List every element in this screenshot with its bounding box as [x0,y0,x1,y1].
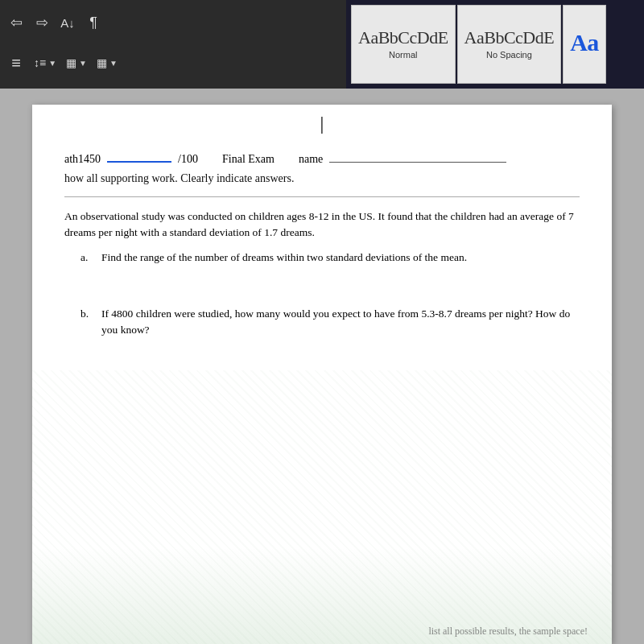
exam-header: ath1450 /100 Final Exam name [64,153,580,166]
style-no-spacing-label: No Spacing [486,50,532,60]
style-heading1-preview: Aa [570,31,599,55]
sub-question-a: a. Find the range of the number of dream… [80,250,580,266]
sub-text-a: Find the range of the number of dreams w… [101,250,467,266]
pilcrow-button[interactable]: ¶ [82,11,105,34]
instructions-text: how all supporting work. Clearly indicat… [64,172,580,185]
document-area: | ath1450 /100 Final Exam name how all s… [0,89,644,644]
shading-icon: ▦ [66,56,76,69]
linespacing-button[interactable]: ↕≡ ▼ [31,52,60,74]
instructions-content: how all supporting work. Clearly indicat… [64,172,294,184]
problem-intro: An observational study was conducted on … [64,208,580,242]
sub-text-b: If 4800 children were studied, how many … [101,306,580,339]
toolbar-row-2: ≡ ↕≡ ▼ ▦ ▼ ▦ ▼ [5,43,341,82]
linespacing-icon: ↕≡ [34,56,46,69]
score-underline [107,161,171,163]
document-texture [32,370,612,644]
align-button[interactable]: ≡ [5,52,27,74]
borders-button[interactable]: ▦ ▼ [93,52,121,74]
text-cursor: | [320,113,324,134]
toolbar: ⇦ ⇨ A↓ ¶ ≡ ↕≡ ▼ ▦ ▼ [0,0,644,89]
style-normal-preview: AaBbCcDdE [358,29,448,47]
pilcrow-icon: ¶ [89,14,97,31]
indent-button[interactable]: ⇨ [31,11,53,34]
outdent-button[interactable]: ⇦ [5,11,27,34]
style-no-spacing-preview: AaBbCcDdE [464,29,555,47]
outdent-icon: ⇦ [10,14,23,31]
style-heading1-partial[interactable]: Aa [563,5,606,84]
score-label: /100 [178,153,198,166]
partial-bottom-content: list all possible results, the sample sp… [428,625,588,637]
borders-icon: ▦ [97,56,107,69]
linespacing-dropdown-icon: ▼ [48,59,56,68]
toolbar-left: ⇦ ⇨ A↓ ¶ ≡ ↕≡ ▼ ▦ ▼ [0,0,346,89]
partial-bottom-text: list all possible results, the sample sp… [428,625,588,638]
borders-dropdown-icon: ▼ [109,59,118,68]
sub-question-b: b. If 4800 children were studied, how ma… [80,306,580,339]
sub-label-a: a. [80,250,93,266]
shading-dropdown-icon: ▼ [79,59,87,68]
sub-label-b: b. [80,306,93,339]
problem-intro-text: An observational study was conducted on … [64,210,574,238]
exam-type: Final Exam [222,153,275,166]
name-underline [329,162,506,163]
course-code: ath1450 [64,153,101,166]
sort-button[interactable]: A↓ [56,11,79,34]
toolbar-row-1: ⇦ ⇨ A↓ ¶ [5,3,341,42]
style-normal-label: Normal [389,50,417,60]
document-page[interactable]: | ath1450 /100 Final Exam name how all s… [32,105,612,644]
style-normal[interactable]: AaBbCcDdE Normal [351,5,456,84]
style-no-spacing[interactable]: AaBbCcDdE No Spacing [457,5,562,84]
shading-button[interactable]: ▦ ▼ [63,52,90,74]
indent-icon: ⇨ [36,14,48,31]
sort-icon: A↓ [60,16,75,30]
align-icon: ≡ [11,54,21,72]
style-gallery: AaBbCcDdE Normal AaBbCcDdE No Spacing Aa [346,0,644,89]
name-label: name [299,153,323,166]
